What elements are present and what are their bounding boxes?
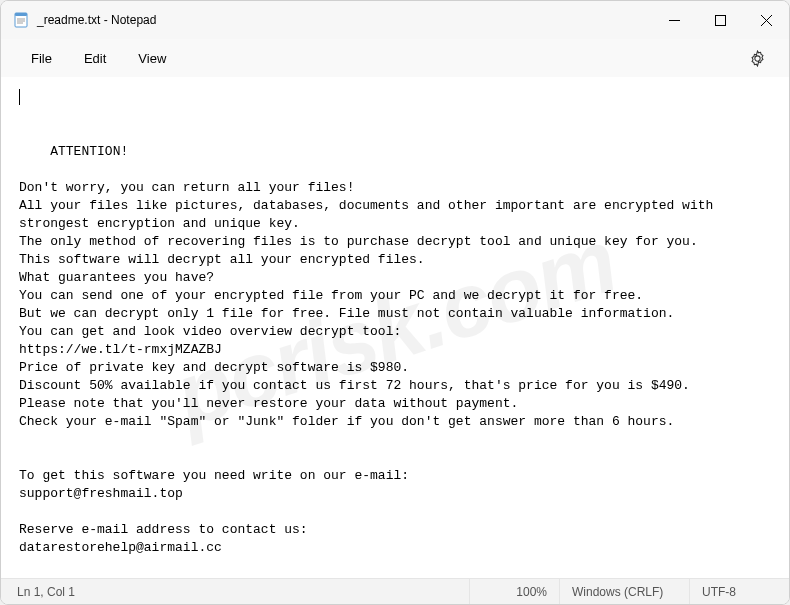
title-bar[interactable]: _readme.txt - Notepad (1, 1, 789, 39)
status-zoom[interactable]: 100% (469, 579, 559, 604)
status-cursor-position: Ln 1, Col 1 (1, 579, 87, 604)
text-editor-area[interactable]: pcrisk.com ATTENTION! Don't worry, you c… (1, 77, 789, 578)
menu-view[interactable]: View (122, 45, 182, 72)
status-bar: Ln 1, Col 1 100% Windows (CRLF) UTF-8 (1, 578, 789, 604)
maximize-icon (715, 15, 726, 26)
status-encoding: UTF-8 (689, 579, 789, 604)
menu-bar: File Edit View (1, 39, 789, 77)
svg-rect-6 (715, 15, 725, 25)
menu-file[interactable]: File (15, 45, 68, 72)
maximize-button[interactable] (697, 1, 743, 39)
window-title: _readme.txt - Notepad (37, 13, 156, 27)
minimize-icon (669, 15, 680, 26)
notepad-app-icon (13, 12, 29, 28)
close-button[interactable] (743, 1, 789, 39)
svg-rect-1 (15, 13, 27, 16)
status-line-ending: Windows (CRLF) (559, 579, 689, 604)
notepad-window: _readme.txt - Notepad File Edit View pcr… (0, 0, 790, 605)
menu-edit[interactable]: Edit (68, 45, 122, 72)
settings-button[interactable] (739, 40, 775, 76)
minimize-button[interactable] (651, 1, 697, 39)
gear-icon (749, 50, 766, 67)
text-cursor (19, 89, 20, 105)
close-icon (761, 15, 772, 26)
document-text: ATTENTION! Don't worry, you can return a… (19, 144, 721, 578)
